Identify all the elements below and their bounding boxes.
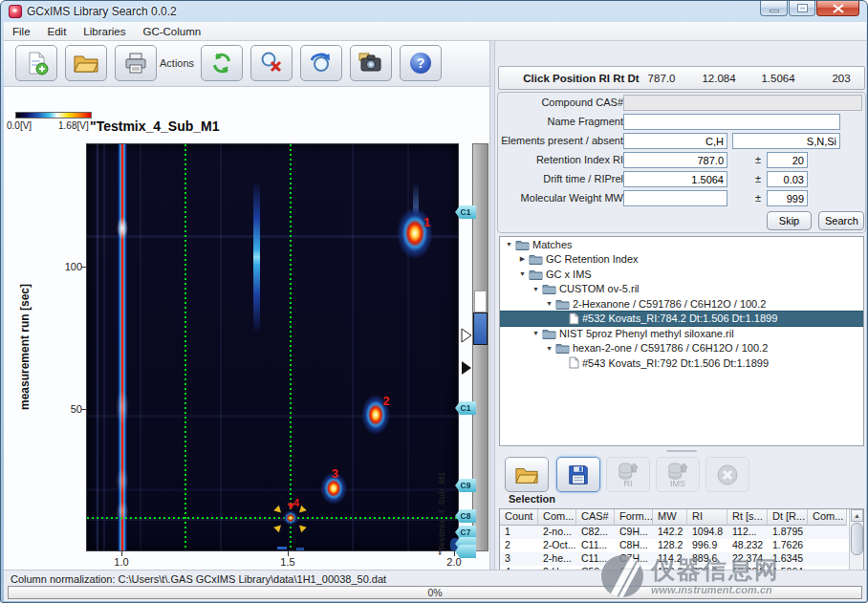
tree-item[interactable]: ▼hexan-2-one / C591786 / C6H12O / 100.2 [500, 341, 863, 356]
table-header-cell[interactable]: Count [500, 509, 538, 526]
tree-item[interactable]: ▼NIST 5proz Phenyl methyl siloxane.ril [500, 326, 863, 341]
selection-save-button[interactable] [556, 457, 600, 492]
tree-item[interactable]: ▼2-Hexanone / C591786 / C6H12O / 100.2 [500, 296, 863, 312]
spot-pointer-icon [273, 506, 284, 516]
table-cell: 1094.8 [687, 526, 727, 539]
clear-search-button[interactable] [250, 45, 293, 81]
table-cell: 2-Oct... [538, 539, 576, 552]
menu-edit[interactable]: Edit [39, 24, 76, 39]
panel-splitter-horizontal[interactable] [499, 448, 864, 454]
drift-time-field[interactable] [623, 171, 727, 187]
print-button[interactable] [115, 45, 157, 81]
elements-absent-field[interactable] [732, 133, 840, 149]
close-button[interactable] [816, 1, 859, 16]
molecular-weight-field[interactable] [623, 190, 727, 206]
table-cell: 114.2 [653, 552, 687, 566]
click-position-bar: Click Position RI Rt Dt 787.0 12.084 1.5… [498, 66, 865, 90]
spot-pointer-red-icon [288, 503, 295, 509]
table-cell: C11... [576, 552, 615, 566]
table-row[interactable]: 32-he...C11...C7H...114.2889.622.3741.63… [500, 552, 863, 566]
table-cell: C82... [576, 526, 615, 539]
ri-plusminus: ± [755, 154, 761, 165]
x-circle-icon [716, 463, 739, 486]
tree-item-label: hexan-2-one / C591786 / C6H12O / 100.2 [573, 342, 768, 354]
table-cell: 889.6 [687, 552, 727, 566]
tree-item[interactable]: #543 Kovats_RI:792 Dt:1.506 Dt:1.1899 [500, 355, 863, 371]
mw-tolerance-field[interactable] [767, 190, 808, 206]
analyte-spot[interactable] [283, 510, 298, 526]
table-header-cell[interactable]: RI [687, 509, 727, 526]
collapse-icon[interactable]: ▼ [517, 270, 528, 277]
elements-label: Elements present / absent [499, 135, 623, 146]
skip-button[interactable]: Skip [767, 211, 812, 230]
table-cell: 128.2 [653, 539, 687, 552]
collapse-icon[interactable]: ▼ [531, 330, 541, 336]
rip-pinch [116, 390, 129, 424]
new-measurement-button[interactable] [15, 45, 57, 81]
minimize-button[interactable] [760, 1, 788, 16]
table-header-cell[interactable]: MW [653, 509, 687, 526]
refresh-button[interactable] [201, 45, 243, 81]
maximize-button[interactable] [789, 1, 815, 16]
table-cell: 3 [500, 552, 538, 566]
collapse-icon[interactable]: ▼ [544, 345, 554, 352]
tree-item[interactable]: ▼CUSTOM ov-5.ril [500, 282, 863, 297]
table-header-cell[interactable]: Com... [808, 509, 847, 526]
table-header-cell[interactable]: Com... [538, 509, 576, 526]
name-fragment-field[interactable] [623, 114, 840, 130]
table-row[interactable]: 12-no...C82...C9H...142.21094.8112...1.8… [500, 526, 863, 539]
tree-item[interactable]: ▼Matches [500, 237, 863, 252]
maximize-icon [798, 5, 807, 11]
title-bar[interactable]: GCxIMS Library Search 0.0.2 [1, 1, 867, 22]
colorbar-min-label: 0.0[V] [7, 120, 32, 131]
add-to-ims-library-button[interactable]: IMS [656, 457, 700, 492]
elements-present-field[interactable] [623, 133, 727, 149]
scroll-up-icon[interactable]: ▲ [851, 509, 863, 522]
spot-pointer-icon [273, 523, 284, 533]
scroll-thumb[interactable] [851, 523, 863, 555]
tree-item-label: NIST 5proz Phenyl methyl siloxane.ril [559, 328, 734, 339]
snapshot-button[interactable] [350, 45, 392, 81]
heatmap-plot[interactable]: 1234 [86, 143, 459, 551]
open-file-button[interactable] [65, 45, 107, 81]
tree-item[interactable]: ▼GC x IMS [500, 267, 863, 282]
table-cell: C7H... [615, 552, 653, 566]
slider-marker-black-icon[interactable] [461, 360, 472, 376]
folder-icon [542, 328, 556, 339]
retention-index-field[interactable] [623, 152, 727, 168]
menu-gc-column[interactable]: GC-Column [134, 24, 209, 39]
tree-item[interactable]: ▶GC Retention Index [500, 252, 863, 268]
collapse-icon[interactable]: ▼ [531, 286, 541, 292]
help-button[interactable]: ? [400, 45, 442, 81]
slider-marker-white-icon[interactable] [461, 328, 472, 343]
table-header-cell[interactable]: Form... [615, 509, 653, 526]
table-header-cell[interactable]: Rt [s... [727, 509, 768, 526]
expand-icon[interactable]: ▶ [517, 255, 528, 263]
table-header-cell[interactable]: Dt [R... [768, 509, 808, 526]
tree-item[interactable]: #532 Kovats_RI:784.2 Dt:1.506 Dt:1.1899 [500, 312, 863, 327]
molecular-weight-label: Molecular Weight MW [499, 192, 623, 204]
minimize-icon [770, 10, 779, 12]
add-to-ri-library-button[interactable]: RI [606, 457, 650, 492]
spot-number-label: 1 [423, 215, 430, 229]
close-icon [833, 4, 844, 13]
table-row[interactable]: 22-Oct...C11...C8H...128.2996.948.2321.7… [500, 539, 863, 552]
compound-cas-field[interactable] [623, 95, 862, 111]
repeat-search-button[interactable] [300, 45, 342, 81]
collapse-icon[interactable]: ▼ [544, 300, 554, 307]
delete-selection-button[interactable] [705, 457, 749, 492]
menu-libraries[interactable]: Libraries [75, 24, 134, 39]
table-cell: 1.8795 [768, 526, 808, 539]
table-header-cell[interactable]: CAS# [576, 509, 615, 526]
ri-tolerance-field[interactable] [767, 152, 808, 168]
intensity-slider-handle[interactable] [473, 312, 488, 345]
selection-open-button[interactable] [505, 457, 549, 492]
printer-icon [123, 51, 148, 75]
search-button[interactable]: Search [818, 211, 864, 230]
collapse-icon[interactable]: ▼ [504, 241, 514, 248]
table-cell: 996.9 [687, 539, 727, 552]
progress-bar: 0% [8, 586, 862, 599]
intensity-slider-upper[interactable] [474, 291, 487, 312]
menu-file[interactable]: File [4, 24, 39, 39]
dt-tolerance-field[interactable] [767, 171, 808, 187]
